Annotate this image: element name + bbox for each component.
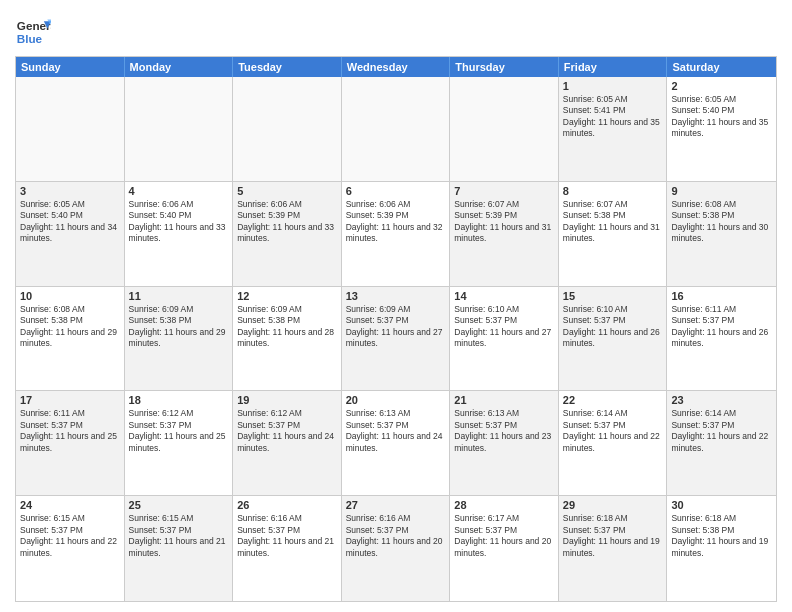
calendar-cell-empty-0-4 bbox=[450, 77, 559, 181]
day-info: Sunrise: 6:08 AMSunset: 5:38 PMDaylight:… bbox=[671, 199, 772, 245]
day-number: 12 bbox=[237, 290, 337, 302]
day-info: Sunrise: 6:06 AMSunset: 5:40 PMDaylight:… bbox=[129, 199, 229, 245]
page: General Blue SundayMondayTuesdayWednesda… bbox=[0, 0, 792, 612]
calendar-cell-15: 15Sunrise: 6:10 AMSunset: 5:37 PMDayligh… bbox=[559, 287, 668, 391]
day-info: Sunrise: 6:15 AMSunset: 5:37 PMDaylight:… bbox=[129, 513, 229, 559]
calendar-cell-26: 26Sunrise: 6:16 AMSunset: 5:37 PMDayligh… bbox=[233, 496, 342, 601]
day-of-week-monday: Monday bbox=[125, 57, 234, 77]
day-number: 21 bbox=[454, 394, 554, 406]
calendar-cell-21: 21Sunrise: 6:13 AMSunset: 5:37 PMDayligh… bbox=[450, 391, 559, 495]
day-of-week-thursday: Thursday bbox=[450, 57, 559, 77]
calendar-cell-7: 7Sunrise: 6:07 AMSunset: 5:39 PMDaylight… bbox=[450, 182, 559, 286]
calendar-cell-30: 30Sunrise: 6:18 AMSunset: 5:38 PMDayligh… bbox=[667, 496, 776, 601]
day-of-week-saturday: Saturday bbox=[667, 57, 776, 77]
calendar-cell-5: 5Sunrise: 6:06 AMSunset: 5:39 PMDaylight… bbox=[233, 182, 342, 286]
calendar-cell-27: 27Sunrise: 6:16 AMSunset: 5:37 PMDayligh… bbox=[342, 496, 451, 601]
day-info: Sunrise: 6:14 AMSunset: 5:37 PMDaylight:… bbox=[671, 408, 772, 454]
day-number: 23 bbox=[671, 394, 772, 406]
calendar-cell-4: 4Sunrise: 6:06 AMSunset: 5:40 PMDaylight… bbox=[125, 182, 234, 286]
day-number: 18 bbox=[129, 394, 229, 406]
day-of-week-wednesday: Wednesday bbox=[342, 57, 451, 77]
day-info: Sunrise: 6:05 AMSunset: 5:40 PMDaylight:… bbox=[671, 94, 772, 140]
logo: General Blue bbox=[15, 14, 51, 50]
day-number: 13 bbox=[346, 290, 446, 302]
calendar-cell-10: 10Sunrise: 6:08 AMSunset: 5:38 PMDayligh… bbox=[16, 287, 125, 391]
svg-text:General: General bbox=[17, 19, 51, 32]
calendar-cell-18: 18Sunrise: 6:12 AMSunset: 5:37 PMDayligh… bbox=[125, 391, 234, 495]
calendar-cell-23: 23Sunrise: 6:14 AMSunset: 5:37 PMDayligh… bbox=[667, 391, 776, 495]
day-info: Sunrise: 6:09 AMSunset: 5:37 PMDaylight:… bbox=[346, 304, 446, 350]
day-number: 2 bbox=[671, 80, 772, 92]
day-info: Sunrise: 6:05 AMSunset: 5:41 PMDaylight:… bbox=[563, 94, 663, 140]
calendar-cell-empty-0-2 bbox=[233, 77, 342, 181]
day-number: 11 bbox=[129, 290, 229, 302]
calendar-cell-17: 17Sunrise: 6:11 AMSunset: 5:37 PMDayligh… bbox=[16, 391, 125, 495]
day-of-week-sunday: Sunday bbox=[16, 57, 125, 77]
calendar-cell-19: 19Sunrise: 6:12 AMSunset: 5:37 PMDayligh… bbox=[233, 391, 342, 495]
day-info: Sunrise: 6:13 AMSunset: 5:37 PMDaylight:… bbox=[454, 408, 554, 454]
day-number: 17 bbox=[20, 394, 120, 406]
calendar-cell-empty-0-0 bbox=[16, 77, 125, 181]
calendar-cell-14: 14Sunrise: 6:10 AMSunset: 5:37 PMDayligh… bbox=[450, 287, 559, 391]
day-number: 28 bbox=[454, 499, 554, 511]
day-number: 9 bbox=[671, 185, 772, 197]
calendar-cell-11: 11Sunrise: 6:09 AMSunset: 5:38 PMDayligh… bbox=[125, 287, 234, 391]
day-info: Sunrise: 6:11 AMSunset: 5:37 PMDaylight:… bbox=[671, 304, 772, 350]
day-info: Sunrise: 6:06 AMSunset: 5:39 PMDaylight:… bbox=[237, 199, 337, 245]
day-info: Sunrise: 6:05 AMSunset: 5:40 PMDaylight:… bbox=[20, 199, 120, 245]
day-number: 30 bbox=[671, 499, 772, 511]
calendar-header: SundayMondayTuesdayWednesdayThursdayFrid… bbox=[16, 57, 776, 77]
day-number: 26 bbox=[237, 499, 337, 511]
calendar-cell-29: 29Sunrise: 6:18 AMSunset: 5:37 PMDayligh… bbox=[559, 496, 668, 601]
day-number: 22 bbox=[563, 394, 663, 406]
day-number: 4 bbox=[129, 185, 229, 197]
svg-text:Blue: Blue bbox=[17, 32, 43, 45]
day-info: Sunrise: 6:18 AMSunset: 5:37 PMDaylight:… bbox=[563, 513, 663, 559]
calendar-cell-1: 1Sunrise: 6:05 AMSunset: 5:41 PMDaylight… bbox=[559, 77, 668, 181]
day-number: 24 bbox=[20, 499, 120, 511]
day-of-week-tuesday: Tuesday bbox=[233, 57, 342, 77]
day-number: 5 bbox=[237, 185, 337, 197]
day-number: 27 bbox=[346, 499, 446, 511]
day-info: Sunrise: 6:09 AMSunset: 5:38 PMDaylight:… bbox=[129, 304, 229, 350]
calendar-row-2: 10Sunrise: 6:08 AMSunset: 5:38 PMDayligh… bbox=[16, 287, 776, 392]
day-info: Sunrise: 6:12 AMSunset: 5:37 PMDaylight:… bbox=[129, 408, 229, 454]
calendar-cell-empty-0-3 bbox=[342, 77, 451, 181]
calendar-cell-8: 8Sunrise: 6:07 AMSunset: 5:38 PMDaylight… bbox=[559, 182, 668, 286]
day-info: Sunrise: 6:06 AMSunset: 5:39 PMDaylight:… bbox=[346, 199, 446, 245]
day-number: 14 bbox=[454, 290, 554, 302]
day-number: 1 bbox=[563, 80, 663, 92]
calendar-cell-16: 16Sunrise: 6:11 AMSunset: 5:37 PMDayligh… bbox=[667, 287, 776, 391]
calendar-cell-9: 9Sunrise: 6:08 AMSunset: 5:38 PMDaylight… bbox=[667, 182, 776, 286]
day-info: Sunrise: 6:10 AMSunset: 5:37 PMDaylight:… bbox=[563, 304, 663, 350]
calendar-row-0: 1Sunrise: 6:05 AMSunset: 5:41 PMDaylight… bbox=[16, 77, 776, 182]
day-info: Sunrise: 6:08 AMSunset: 5:38 PMDaylight:… bbox=[20, 304, 120, 350]
day-of-week-friday: Friday bbox=[559, 57, 668, 77]
day-number: 19 bbox=[237, 394, 337, 406]
day-info: Sunrise: 6:12 AMSunset: 5:37 PMDaylight:… bbox=[237, 408, 337, 454]
calendar-cell-12: 12Sunrise: 6:09 AMSunset: 5:38 PMDayligh… bbox=[233, 287, 342, 391]
calendar: SundayMondayTuesdayWednesdayThursdayFrid… bbox=[15, 56, 777, 602]
calendar-cell-3: 3Sunrise: 6:05 AMSunset: 5:40 PMDaylight… bbox=[16, 182, 125, 286]
day-info: Sunrise: 6:16 AMSunset: 5:37 PMDaylight:… bbox=[346, 513, 446, 559]
day-number: 15 bbox=[563, 290, 663, 302]
day-number: 7 bbox=[454, 185, 554, 197]
day-info: Sunrise: 6:07 AMSunset: 5:38 PMDaylight:… bbox=[563, 199, 663, 245]
day-info: Sunrise: 6:11 AMSunset: 5:37 PMDaylight:… bbox=[20, 408, 120, 454]
day-info: Sunrise: 6:15 AMSunset: 5:37 PMDaylight:… bbox=[20, 513, 120, 559]
calendar-cell-22: 22Sunrise: 6:14 AMSunset: 5:37 PMDayligh… bbox=[559, 391, 668, 495]
day-info: Sunrise: 6:18 AMSunset: 5:38 PMDaylight:… bbox=[671, 513, 772, 559]
calendar-cell-24: 24Sunrise: 6:15 AMSunset: 5:37 PMDayligh… bbox=[16, 496, 125, 601]
calendar-cell-28: 28Sunrise: 6:17 AMSunset: 5:37 PMDayligh… bbox=[450, 496, 559, 601]
day-number: 29 bbox=[563, 499, 663, 511]
calendar-cell-6: 6Sunrise: 6:06 AMSunset: 5:39 PMDaylight… bbox=[342, 182, 451, 286]
day-number: 3 bbox=[20, 185, 120, 197]
calendar-body: 1Sunrise: 6:05 AMSunset: 5:41 PMDaylight… bbox=[16, 77, 776, 601]
day-number: 16 bbox=[671, 290, 772, 302]
calendar-row-1: 3Sunrise: 6:05 AMSunset: 5:40 PMDaylight… bbox=[16, 182, 776, 287]
day-info: Sunrise: 6:09 AMSunset: 5:38 PMDaylight:… bbox=[237, 304, 337, 350]
calendar-cell-13: 13Sunrise: 6:09 AMSunset: 5:37 PMDayligh… bbox=[342, 287, 451, 391]
day-info: Sunrise: 6:17 AMSunset: 5:37 PMDaylight:… bbox=[454, 513, 554, 559]
calendar-row-3: 17Sunrise: 6:11 AMSunset: 5:37 PMDayligh… bbox=[16, 391, 776, 496]
day-info: Sunrise: 6:14 AMSunset: 5:37 PMDaylight:… bbox=[563, 408, 663, 454]
